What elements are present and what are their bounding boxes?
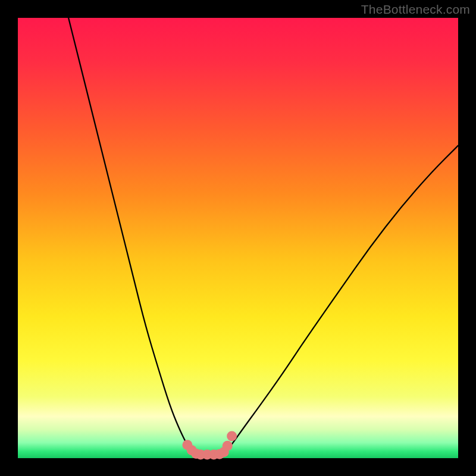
marker-point — [223, 441, 233, 451]
heat-gradient-background — [18, 18, 458, 458]
chart-stage: TheBottleneck.com — [0, 0, 476, 476]
marker-point — [227, 431, 237, 441]
bottleneck-chart — [0, 0, 476, 476]
watermark-label: TheBottleneck.com — [361, 2, 470, 17]
